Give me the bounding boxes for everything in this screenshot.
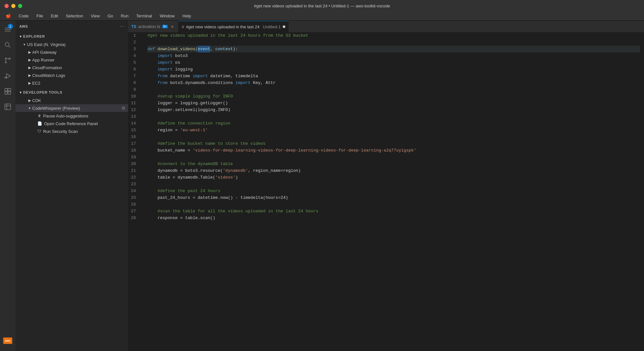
cf-chevron: ▶ xyxy=(27,65,32,70)
code-line-11: logger = logging.getLogger() xyxy=(147,100,640,106)
aws-logo: aws xyxy=(3,337,12,344)
menu-selection[interactable]: Selection xyxy=(62,13,86,19)
code-line-9 xyxy=(147,86,640,93)
cw-chevron: ▶ xyxy=(27,73,32,78)
sidebar-item-security-scan[interactable]: 🛡 Run Security Scan xyxy=(15,127,128,135)
sidebar-item-api-gateway[interactable]: ▶ API Gateway xyxy=(15,48,128,56)
apprunner-chevron: ▶ xyxy=(27,57,32,62)
tab-lang-icon: TS xyxy=(131,24,136,29)
sidebar-title: AWS xyxy=(19,24,28,28)
pause-icon: ⏸ xyxy=(37,114,41,118)
code-reference-label: Open Code Reference Panel xyxy=(44,121,98,126)
code-line-7: from datetime import datetime, timedelta xyxy=(147,73,640,79)
code-line-23 xyxy=(147,181,640,188)
ln-9: 9 xyxy=(128,86,140,93)
ln-23: 23 xyxy=(128,181,140,188)
menu-window[interactable]: Window xyxy=(156,13,178,19)
tab-activation[interactable]: TS activation.ts 9+ × xyxy=(128,21,178,32)
codewhisperer-settings-icon[interactable]: ⚙ xyxy=(121,106,126,111)
code-line-25: past_24_hours = datetime.now() - timedel… xyxy=(147,194,640,201)
code-line-17: #define the bucket name to store the vid… xyxy=(147,140,640,147)
svg-rect-6 xyxy=(8,88,11,91)
code-line-6: import logging xyxy=(147,66,640,73)
sidebar-item-codewhisperer[interactable]: ▾ CodeWhisperer (Preview) ⚙ xyxy=(15,104,128,112)
maximize-button[interactable] xyxy=(18,4,22,8)
sidebar-item-ec2[interactable]: ▶ EC2 xyxy=(15,79,128,87)
menu-apple[interactable]: 🍎 xyxy=(3,13,14,19)
menu-edit[interactable]: Edit xyxy=(48,13,61,19)
window-title: #get new videos uploaded in the last 24 … xyxy=(254,4,390,8)
sidebar-item-app-runner[interactable]: ▶ App Runner xyxy=(15,56,128,64)
cf-label: CloudFormation xyxy=(32,65,62,70)
ln-2: 2 xyxy=(128,39,140,46)
menu-run[interactable]: Run xyxy=(118,13,132,19)
ln-3: 3 xyxy=(128,46,140,52)
api-label: API Gateway xyxy=(32,50,57,55)
ln-6: 6 xyxy=(128,66,140,73)
ln-22: 22 xyxy=(128,174,140,181)
tab-untitled[interactable]: # #get new videos uploaded in the last 2… xyxy=(178,21,289,32)
sidebar-more-button[interactable]: ··· xyxy=(120,23,124,29)
code-editor[interactable]: #get new videos uploaded in the last 24 … xyxy=(144,32,644,351)
activity-search[interactable] xyxy=(0,37,15,53)
ln-8: 8 xyxy=(128,79,140,86)
ln-25: 25 xyxy=(128,194,140,201)
menu-terminal[interactable]: Terminal xyxy=(133,13,155,19)
code-line-1: #get new videos uploaded in the last 24 … xyxy=(147,32,640,39)
cdk-label: CDK xyxy=(32,98,41,103)
codewhisperer-label: CodeWhisperer (Preview) xyxy=(32,106,80,111)
activity-bar: 1 xyxy=(0,21,15,351)
sidebar-item-pause-autosuggestions[interactable]: ⏸ Pause Auto-suggestions xyxy=(15,112,128,120)
code-line-28: response = table.scan() xyxy=(147,215,640,221)
devtools-label: DEVELOPER TOOLS xyxy=(23,90,62,94)
minimize-button[interactable] xyxy=(11,4,15,8)
activity-source-control[interactable] xyxy=(0,53,15,68)
tab-activation-close[interactable]: × xyxy=(170,24,175,29)
editor-area: TS activation.ts 9+ × # #get new videos … xyxy=(128,21,644,351)
menubar: 🍎 Code File Edit Selection View Go Run T… xyxy=(0,12,644,21)
main-layout: 1 xyxy=(0,21,644,351)
sidebar-item-code-reference[interactable]: 📄 Open Code Reference Panel xyxy=(15,120,128,127)
ln-16: 16 xyxy=(128,134,140,140)
activity-aws[interactable]: aws xyxy=(0,333,15,348)
svg-rect-8 xyxy=(5,92,7,94)
menu-file[interactable]: File xyxy=(33,13,46,19)
pause-label: Pause Auto-suggestions xyxy=(43,114,88,118)
sidebar-item-cdk[interactable]: ▶ CDK xyxy=(15,97,128,104)
titlebar: #get new videos uploaded in the last 24 … xyxy=(0,0,644,12)
explorer-label: EXPLORER xyxy=(23,34,45,38)
menu-code[interactable]: Code xyxy=(15,13,32,19)
ln-28: 28 xyxy=(128,215,140,221)
sidebar-item-us-east[interactable]: ▾ US East (N. Virginia) xyxy=(15,41,128,48)
menu-go[interactable]: Go xyxy=(104,13,116,19)
ln-12: 12 xyxy=(128,106,140,113)
ln-21: 21 xyxy=(128,167,140,174)
sidebar-item-cloudwatch[interactable]: ▶ CloudWatch Logs xyxy=(15,71,128,79)
code-line-24: #define the past 24 hours xyxy=(147,188,640,194)
cw-label: CloudWatch Logs xyxy=(32,73,65,78)
activity-explorer[interactable]: 1 xyxy=(0,22,15,37)
code-line-12: logger.setLevel(logging.INFO) xyxy=(147,106,640,113)
activity-run[interactable] xyxy=(0,68,15,84)
security-scan-label: Run Security Scan xyxy=(43,129,78,134)
code-line-27: #scan the table for all the videos uploa… xyxy=(147,208,640,215)
tab-untitled-secondary: Untitled-1 xyxy=(263,24,281,29)
activity-test[interactable] xyxy=(0,99,15,115)
developer-tools-section[interactable]: ▾ DEVELOPER TOOLS xyxy=(15,88,128,97)
svg-point-1 xyxy=(5,58,6,59)
ec2-label: EC2 xyxy=(32,81,40,86)
tab-modified-dot xyxy=(283,25,285,28)
ln-19: 19 xyxy=(128,154,140,161)
explorer-section[interactable]: ▾ EXPLORER xyxy=(15,32,128,41)
menu-view[interactable]: View xyxy=(88,13,103,19)
menu-help[interactable]: Help xyxy=(179,13,194,19)
code-line-21: dynamodb = boto3.resource('dynamodb', re… xyxy=(147,167,640,174)
ln-10: 10 xyxy=(128,93,140,100)
sidebar-item-cloudformation[interactable]: ▶ CloudFormation xyxy=(15,64,128,71)
code-line-19 xyxy=(147,154,640,161)
doc-icon: 📄 xyxy=(37,121,42,126)
close-button[interactable] xyxy=(5,4,9,8)
editor-content[interactable]: 1 2 3 4 5 6 7 8 9 10 11 12 13 14 15 16 1… xyxy=(128,32,644,351)
activity-extensions[interactable] xyxy=(0,84,15,99)
ln-14: 14 xyxy=(128,120,140,127)
